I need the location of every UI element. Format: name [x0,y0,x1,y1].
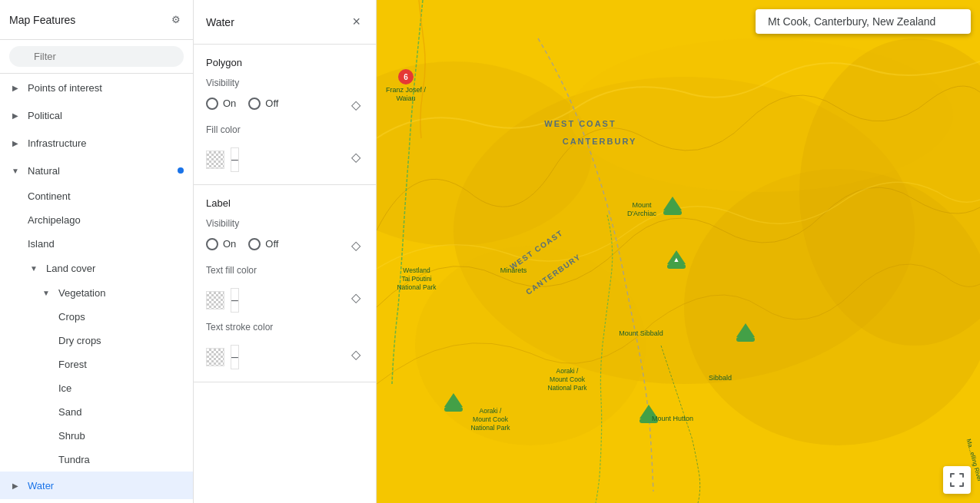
left-panel: Map Features ⚙ ▶ Points of interest ▶ Po [0,0,194,503]
fill-color-diamond[interactable]: ◇ [348,147,364,167]
fill-color-row: – ◇ [206,141,364,172]
water-title: Water [206,16,234,28]
svg-text:WEST COAST: WEST COAST [544,119,616,128]
archipelago-label: Archipelago [28,214,81,226]
text-fill-row: – ◇ [206,282,364,313]
text-fill-picker: – [206,288,239,313]
filter-wrapper [9,46,184,67]
sidebar-item-points-of-interest[interactable]: ▶ Points of interest [0,74,193,101]
label-off-option[interactable]: Off [248,238,278,250]
filter-bar [0,40,193,74]
sidebar-item-dry-crops[interactable]: Dry crops [0,329,193,352]
sidebar-item-ice[interactable]: Ice [0,376,193,400]
svg-text:National Park: National Park [470,424,510,432]
svg-text:Mount Cook: Mount Cook [473,415,509,423]
map-area[interactable]: 6 ▲ Franz Josef / Waiau WEST CO [377,0,980,503]
svg-text:Franz Josef /: Franz Josef / [386,86,427,94]
fullscreen-button[interactable] [943,466,971,494]
nav-list: ▶ Points of interest ▶ Political ▶ Infra… [0,74,193,503]
expand-arrow-land-cover: ▼ [28,262,40,274]
polygon-visibility-label: Visibility [206,78,364,88]
label-off-radio[interactable] [248,238,261,250]
expand-arrow-vegetation: ▼ [40,286,52,299]
left-panel-header: Map Features ⚙ [0,0,193,40]
sidebar-item-tundra[interactable]: Tundra [0,448,193,472]
svg-text:Tai Poutini: Tai Poutini [401,275,431,283]
text-fill-diamond[interactable]: ◇ [348,287,364,308]
svg-rect-15 [736,337,755,342]
natural-label: Natural [28,165,60,177]
middle-panel-header: Water × [194,0,376,45]
sidebar-item-background[interactable]: Background [0,499,193,503]
polygon-on-option[interactable]: On [206,98,236,110]
sidebar-item-archipelago[interactable]: Archipelago [0,208,193,232]
label-title: Label [206,197,364,209]
svg-text:Aoraki /: Aoraki / [480,407,502,415]
label-visibility-diamond[interactable]: ◇ [348,235,364,256]
svg-text:CANTERBURY: CANTERBURY [563,137,637,146]
poi-label: Points of interest [28,82,102,94]
sidebar-item-vegetation[interactable]: ▼ Vegetation [0,280,193,305]
sidebar-item-water[interactable]: ▶ Water [0,472,193,499]
fill-color-dash[interactable]: – [231,147,239,172]
svg-text:Mount Cook: Mount Cook [550,376,586,383]
svg-rect-12 [667,264,686,269]
label-visibility-row: On Off ◇ [206,235,364,256]
shrub-label: Shrub [58,430,85,442]
forest-label: Forest [58,359,87,370]
polygon-visibility-row: On Off ◇ [206,94,364,115]
svg-text:Minarets: Minarets [500,266,527,274]
polygon-off-label: Off [265,98,278,109]
polygon-on-radio[interactable] [206,98,218,110]
middle-panel: Water × Polygon Visibility On Off ◇ Fill… [194,0,377,503]
island-label: Island [28,238,55,250]
search-value: Mt Cook, Canterbury, New Zealand [768,15,935,28]
sidebar-item-continent[interactable]: Continent [0,184,193,208]
text-stroke-checker[interactable] [206,348,224,366]
label-section: Label Visibility On Off ◇ Text fill colo… [194,185,376,382]
sidebar-item-sand[interactable]: Sand [0,400,193,424]
text-stroke-row: – ◇ [206,339,364,369]
dry-crops-label: Dry crops [58,335,101,346]
search-bar[interactable]: Mt Cook, Canterbury, New Zealand [756,9,971,34]
polygon-off-option[interactable]: Off [248,98,278,110]
fill-color-checker[interactable] [206,151,224,169]
land-cover-label: Land cover [46,263,95,274]
settings-button[interactable]: ⚙ [168,11,184,28]
expand-arrow-poi: ▶ [9,81,22,94]
label-on-option[interactable]: On [206,238,236,250]
expand-arrow-natural: ▼ [9,164,22,177]
sidebar-item-forest[interactable]: Forest [0,352,193,376]
tundra-label: Tundra [58,454,90,465]
water-label: Water [28,480,54,491]
text-stroke-label: Text stroke color [206,322,364,333]
polygon-visibility-diamond[interactable]: ◇ [348,94,364,115]
label-on-radio[interactable] [206,238,218,250]
sidebar-item-shrub[interactable]: Shrub [0,424,193,448]
polygon-off-radio[interactable] [248,98,261,110]
text-fill-label: Text fill color [206,265,364,276]
sidebar-item-crops[interactable]: Crops [0,305,193,329]
sidebar-item-natural[interactable]: ▼ Natural [0,157,193,184]
text-fill-checker[interactable] [206,291,224,309]
label-on-label: On [223,238,236,250]
svg-text:Sibbald: Sibbald [709,374,732,382]
svg-text:▲: ▲ [673,256,680,263]
sidebar-item-political[interactable]: ▶ Political [0,101,193,129]
close-button[interactable]: × [349,11,364,33]
text-stroke-picker: – [206,345,239,369]
text-fill-dash[interactable]: – [231,288,239,313]
svg-text:Aoraki /: Aoraki / [556,367,579,375]
expand-arrow-political: ▶ [9,109,22,121]
filter-input[interactable] [9,46,184,67]
svg-text:Westland: Westland [403,266,430,274]
sidebar-item-land-cover[interactable]: ▼ Land cover [0,256,193,280]
expand-arrow-infrastructure: ▶ [9,137,22,149]
svg-text:Mount Hutton: Mount Hutton [652,415,693,422]
text-stroke-dash[interactable]: – [231,345,239,369]
sidebar-item-island[interactable]: Island [0,232,193,256]
label-off-label: Off [265,238,278,250]
close-icon: × [352,14,360,30]
sidebar-item-infrastructure[interactable]: ▶ Infrastructure [0,129,193,157]
text-stroke-diamond[interactable]: ◇ [348,344,364,365]
